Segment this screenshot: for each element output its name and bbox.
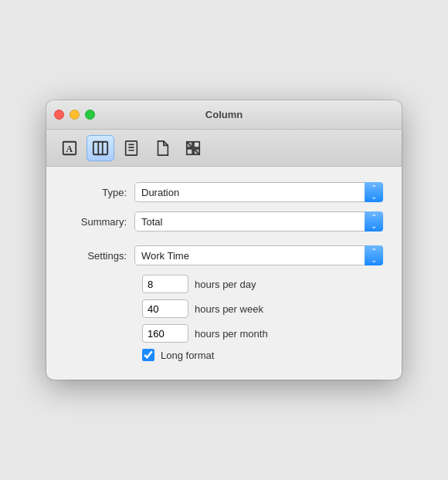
type-select[interactable]: Duration — [134, 182, 383, 202]
maximize-button[interactable] — [85, 110, 95, 120]
hours-per-week-row: hours per week — [65, 299, 383, 318]
hours-per-week-label: hours per week — [195, 303, 263, 315]
settings-select[interactable]: Work Time — [134, 245, 383, 265]
settings-select-wrapper: Work Time — [134, 245, 383, 265]
minimize-button[interactable] — [70, 110, 80, 120]
hours-per-month-label: hours per month — [195, 328, 268, 340]
window-buttons — [54, 110, 95, 120]
column-window: Column A — [46, 100, 402, 380]
toolbar-btn-notes[interactable] — [117, 135, 145, 161]
settings-row: Settings: Work Time — [65, 245, 383, 265]
summary-row: Summary: Total — [65, 211, 383, 232]
toolbar-btn-text[interactable]: A — [56, 135, 83, 161]
hours-per-day-label: hours per day — [195, 279, 256, 290]
long-format-label[interactable]: Long format — [161, 350, 214, 361]
toolbar-btn-custom[interactable] — [179, 135, 207, 161]
svg-text:A: A — [66, 143, 73, 154]
settings-label: Settings: — [65, 250, 134, 262]
svg-rect-2 — [93, 141, 107, 154]
svg-rect-10 — [194, 141, 199, 147]
file-icon — [154, 140, 171, 157]
toolbar-btn-file[interactable] — [148, 135, 176, 161]
hours-per-day-input[interactable] — [142, 275, 188, 293]
close-button[interactable] — [54, 110, 64, 120]
window-title: Column — [205, 109, 243, 120]
summary-label: Summary: — [65, 216, 134, 228]
main-content: Type: Duration Summary: Total Settings: — [46, 167, 402, 380]
toolbar-btn-columns[interactable] — [87, 135, 114, 161]
long-format-row: Long format — [65, 349, 383, 361]
type-select-wrapper: Duration — [134, 182, 383, 202]
custom-icon — [185, 140, 202, 157]
svg-rect-11 — [187, 148, 192, 154]
notes-icon — [123, 140, 140, 157]
text-icon: A — [61, 140, 78, 157]
toolbar: A — [46, 130, 402, 167]
type-row: Type: Duration — [65, 182, 383, 202]
hours-per-day-row: hours per day — [65, 275, 383, 293]
summary-select[interactable]: Total — [134, 211, 383, 232]
hours-per-week-input[interactable] — [142, 299, 188, 318]
hours-per-month-input[interactable] — [142, 324, 188, 343]
summary-select-wrapper: Total — [134, 211, 383, 232]
hours-per-month-row: hours per month — [65, 324, 383, 343]
titlebar: Column — [46, 100, 402, 130]
type-label: Type: — [65, 187, 134, 198]
columns-icon — [92, 140, 109, 157]
svg-rect-5 — [126, 140, 137, 154]
long-format-checkbox[interactable] — [142, 349, 154, 361]
